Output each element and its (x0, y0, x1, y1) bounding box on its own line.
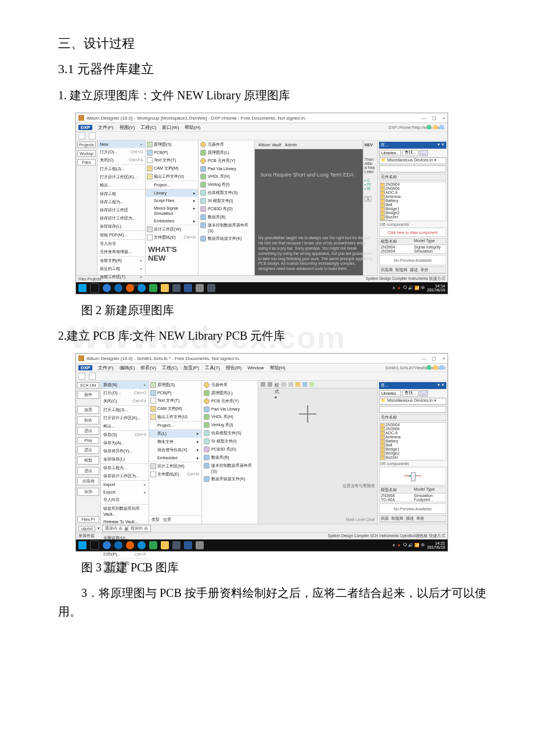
toolbar[interactable] (76, 372, 448, 381)
menu-open[interactable]: 打开(O)...Ctrl+O (101, 389, 149, 397)
menu-recent-proj[interactable]: 最近的工程▸ (98, 265, 145, 273)
lib-db[interactable]: 数据库(B) (199, 213, 254, 221)
menu-window[interactable]: 窗口(W) (162, 124, 179, 131)
new-schematic[interactable]: 原理图(S) (146, 141, 198, 149)
list-item[interactable]: Bridge1 (380, 207, 446, 211)
lib-pcb[interactable]: PCB 元件库(Y) (202, 397, 258, 405)
app-icon[interactable] (207, 284, 215, 292)
tab-place[interactable]: 放置 (77, 406, 99, 414)
new-pcb[interactable]: PCB(P) (149, 389, 201, 397)
new-workspace[interactable]: 设计工作区(W) (149, 462, 201, 470)
tab-files-pr[interactable]: Files Pr (77, 516, 99, 523)
lib-sch[interactable]: 原理图库(L) (199, 149, 254, 157)
lib-verilog[interactable]: Verilog 库(I) (202, 421, 258, 429)
explorer-icon[interactable] (161, 541, 169, 549)
lib-verilog[interactable]: Verilog 库(I) (199, 181, 254, 189)
toolbar[interactable] (76, 132, 448, 141)
vault-link[interactable]: Altium Vault (258, 142, 281, 147)
lib-component[interactable]: 元器件库 (202, 381, 258, 389)
menu-save-all[interactable]: 全部保存(L) (101, 455, 149, 463)
menu-open-workspace[interactable]: 打开设计工作区(K)... (101, 414, 149, 422)
new-out[interactable]: 输出工作文件(U) (149, 413, 201, 421)
word-icon[interactable] (184, 541, 192, 549)
close-icon[interactable]: × (442, 356, 445, 361)
menu-reports[interactable]: 报告(R) (226, 365, 241, 371)
menu-close[interactable]: 关闭(C)Ctrl+F4 (98, 156, 145, 164)
left-rail[interactable]: Projects Worksp Files (76, 141, 98, 275)
components-list[interactable]: 2N3904 2N3906 ADC-8 Antenna Battery Bell… (379, 422, 446, 460)
tab-supplier[interactable]: 供应商 (77, 477, 99, 485)
app-icon[interactable] (138, 284, 146, 292)
menu-tools[interactable]: 工具(T) (205, 365, 220, 371)
tab-io[interactable]: 进出 (77, 427, 99, 435)
toolbar-icon[interactable] (78, 132, 85, 139)
list-item[interactable]: Bridge2 (380, 211, 446, 215)
menu-recent-ws[interactable]: 当前工作区(T)▸ (98, 273, 145, 281)
menu-open-project[interactable]: 打开工程(J)... (98, 164, 145, 173)
lib-sim[interactable]: 仿真模型文件(S) (202, 429, 258, 437)
list-item[interactable]: Buzzer (380, 455, 446, 459)
tab-model[interactable]: 模型 (77, 456, 99, 465)
lib-padvia[interactable]: Pad Via Library (199, 165, 254, 172)
list-item[interactable]: ADC-8 (380, 190, 446, 195)
new-cam[interactable]: CAM 文档(M) (149, 405, 201, 413)
lib-filter[interactable] (379, 165, 446, 172)
libraries-panel[interactable]: 库...▾ ✕ Libraries... 查找... … 📁 Miscellan… (377, 141, 448, 275)
list-item[interactable]: Cap (380, 459, 446, 460)
list-item[interactable]: Buzzer (380, 215, 446, 219)
firefox-icon[interactable] (126, 284, 134, 292)
app-icon[interactable] (196, 541, 204, 549)
tab-add[interactable]: 添加 (77, 488, 99, 496)
new-text[interactable]: Text 文件(T) (149, 397, 201, 405)
lib-dropdown[interactable]: 📁 Miscellaneous Devices.In ▾ (379, 398, 446, 405)
lib-sim[interactable]: 仿真模型文件(S) (199, 189, 254, 197)
lib-svndb[interactable]: 版本控制数据库器件库(S) (202, 462, 258, 475)
list-item[interactable]: Battery (380, 439, 446, 443)
new-cam[interactable]: CAM 文档(M) (146, 164, 198, 172)
tab-pins[interactable]: Pins (77, 437, 99, 444)
list-item[interactable]: Bridge2 (380, 451, 446, 455)
menu-save-all[interactable]: 全部保存(L) (98, 222, 145, 231)
menu-recent-file[interactable]: 最近的文件(R)▸ (101, 559, 149, 567)
lib-dblink[interactable]: 数据库链接文件(K) (199, 235, 254, 243)
ie-icon[interactable] (114, 541, 122, 549)
tab-comp[interactable]: 器件 (77, 391, 99, 399)
menu-help[interactable]: 帮助(H) (270, 365, 286, 371)
tab-alias[interactable]: 别名 (77, 416, 99, 424)
new-sheet[interactable]: 文件图纸(E)Ctrl+N (149, 470, 201, 478)
list-item[interactable]: Cap (380, 219, 446, 221)
libraries-button[interactable]: Libraries... (379, 390, 401, 397)
lib-si[interactable]: SI 模型文件(I) (202, 437, 258, 445)
menu-checkout[interactable]: 检出... (98, 181, 145, 189)
new-embedded[interactable]: Embedded▸ (149, 454, 201, 462)
menu-project[interactable]: 工程(C) (162, 365, 178, 371)
menubar[interactable]: DXP 文件(F) 编辑(E) 察看(V) 工程(C) 放置(P) 工具(T) … (76, 363, 448, 372)
windows-taskbar[interactable]: ∧ 🔺 🗨 🔊 📶 中 14:14 2017/6/19 (76, 282, 448, 294)
dxp-menu[interactable]: DXP (78, 125, 92, 130)
menu-open-project[interactable]: 打开工程(J)... (101, 405, 149, 414)
app-icon[interactable] (149, 284, 157, 292)
menu-save-proj-as[interactable]: 保存工程为... (101, 463, 149, 472)
menu-close[interactable]: 关闭(C)Ctrl+F4 (101, 397, 149, 405)
toolbar-icon[interactable] (89, 132, 96, 139)
menu-file[interactable]: 文件(F) (98, 124, 113, 131)
window-controls[interactable]: — ▢ × (421, 116, 445, 121)
tab-workspace[interactable]: Worksp (77, 150, 96, 157)
list-item[interactable]: ADC-8 (380, 431, 446, 435)
ie-icon[interactable] (114, 284, 122, 292)
explorer-icon[interactable] (161, 284, 169, 292)
lib-extra-button[interactable]: … (420, 390, 428, 397)
edge-icon[interactable] (103, 541, 111, 549)
lib-vhdl[interactable]: VHDL 库(H) (199, 172, 254, 181)
list-item[interactable]: 2N3906 (380, 186, 446, 190)
lib-svndb[interactable]: 版本控制数据库器件库(S) (199, 221, 254, 235)
new-project[interactable]: Project... (149, 421, 201, 429)
tab-schlib[interactable]: SCH Libr (77, 382, 99, 388)
lib-filter[interactable] (379, 406, 446, 413)
firefox-icon[interactable] (126, 541, 134, 549)
menu-new[interactable]: New▸ (98, 141, 145, 148)
tab-io2[interactable]: 进出 (77, 446, 99, 454)
menu-view[interactable]: 视图(V) (120, 124, 135, 131)
libraries-panel[interactable]: 库...▾ ✕ Libraries... 查找... … 📁 Miscellan… (377, 381, 448, 524)
lib-dblink[interactable]: 数据库链接文件(K) (202, 475, 258, 483)
